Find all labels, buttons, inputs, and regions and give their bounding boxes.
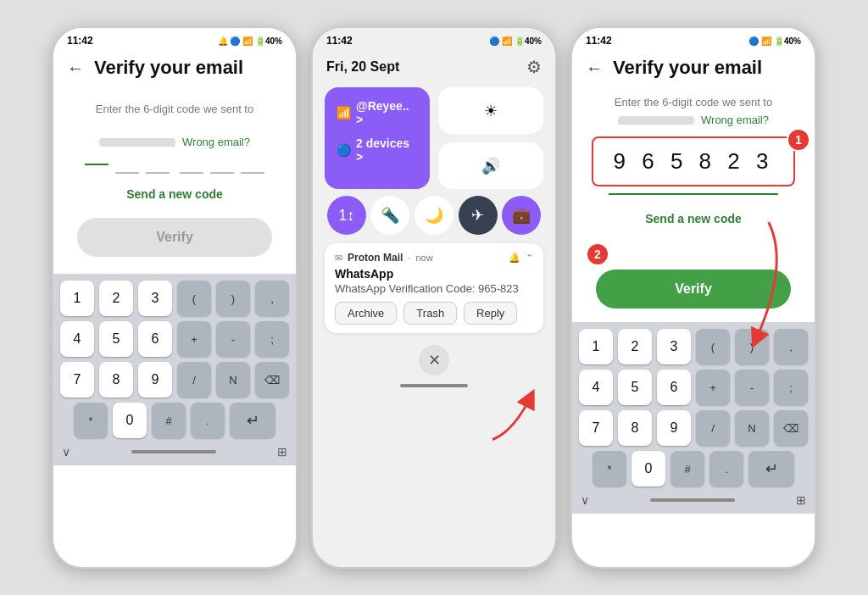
key-7-right[interactable]: 7 (579, 410, 613, 446)
cc-close-button[interactable]: ✕ (419, 345, 449, 375)
key-3-right[interactable]: 3 (657, 329, 691, 364)
key-6-right[interactable]: 6 (657, 370, 691, 405)
volume-icon: 🔊 (481, 157, 500, 175)
page-title-left: Verify your email (94, 57, 243, 79)
phone-left: 11:42 🔔 🔵 📶 🔋40% ← Verify your email Ent… (52, 26, 298, 569)
verify-button-left[interactable]: Verify (77, 218, 272, 257)
key-slash-right[interactable]: / (696, 410, 730, 446)
wifi-label: @Reyee.. > (356, 99, 418, 126)
cc-wifi-tile[interactable]: 📶 @Reyee.. > 🔵 2 devices > (325, 87, 430, 189)
notif-archive-button[interactable]: Archive (335, 302, 397, 325)
key-n-left[interactable]: N (216, 362, 250, 398)
key-plus-left[interactable]: + (177, 321, 211, 357)
code-input-box[interactable]: 9 6 5 8 2 3 (592, 136, 795, 186)
notif-bell-icon: 🔔 (509, 253, 520, 264)
notif-app-name: Proton Mail (348, 252, 403, 264)
kbd-row2-right: 4 5 6 + - ; (576, 370, 811, 405)
notif-actions: Archive Trash Reply (335, 302, 533, 325)
cc-brightness-tile[interactable]: ☀ (438, 87, 543, 134)
cc-right-col: ☀ 🔊 (438, 87, 543, 189)
notif-expand-icon[interactable]: ⌃ (526, 253, 533, 264)
key-oparen-left[interactable]: ( (177, 281, 211, 316)
key-5-left[interactable]: 5 (99, 321, 133, 357)
notification-card: ✉ Proton Mail · now 🔔 ⌃ WhatsApp WhatsAp… (325, 243, 543, 333)
key-n-right[interactable]: N (735, 410, 769, 446)
key-comma-right[interactable]: , (774, 329, 808, 364)
key-dot-right[interactable]: . (709, 451, 743, 487)
key-hash-right[interactable]: # (670, 451, 704, 487)
kbd-row2-left: 4 5 6 + - ; (57, 321, 292, 357)
cc-icon-1[interactable]: 1↕ (327, 196, 366, 235)
subtitle-row-right: Enter the 6-digit code we sent to (615, 96, 772, 108)
send-code-link-right[interactable]: Send a new code (645, 212, 742, 225)
kbd-arrow-right: ∨ (581, 493, 589, 507)
status-bar-right: 11:42 🔵 📶 🔋40% (572, 28, 815, 50)
key-9-left[interactable]: 9 (138, 362, 172, 398)
annotation-circle-2: 2 (586, 242, 609, 266)
code-input-wrapper: 9 6 5 8 2 3 1 (592, 136, 795, 193)
cc-close-area: ✕ (313, 342, 555, 381)
notif-reply-button[interactable]: Reply (464, 302, 517, 325)
key-star-right[interactable]: * (593, 451, 626, 487)
cc-wifi-row: 📶 @Reyee.. > (337, 99, 418, 126)
phone-center: 11:42 🔵 📶 🔋40% Fri, 20 Sept ⚙ 📶 @Reyee..… (311, 26, 557, 569)
key-7-left[interactable]: 7 (60, 362, 94, 398)
kbd-grid-left: ⊞ (277, 445, 287, 459)
cc-gear-icon[interactable]: ⚙ (526, 57, 542, 77)
cc-icon-airplane[interactable]: ✈ (459, 196, 498, 235)
back-button-left[interactable]: ← (67, 58, 84, 78)
cc-volume-tile[interactable]: 🔊 (438, 142, 543, 189)
status-bar-left: 11:42 🔔 🔵 📶 🔋40% (53, 28, 296, 50)
code-group2-left (180, 164, 264, 174)
wrong-email-link-right[interactable]: Wrong email? (701, 114, 769, 126)
key-2-right[interactable]: 2 (618, 329, 652, 364)
key-enter-left[interactable]: ↵ (230, 403, 275, 438)
cc-home-bar (400, 384, 468, 387)
notif-trash-button[interactable]: Trash (403, 302, 457, 325)
annotation-2-row: 2 (586, 242, 801, 266)
key-dot-left[interactable]: . (191, 403, 225, 438)
cc-icon-briefcase[interactable]: 💼 (502, 196, 541, 235)
kbd-row4-right: * 0 # . ↵ (576, 451, 811, 487)
key-1-left[interactable]: 1 (60, 281, 94, 316)
key-2-left[interactable]: 2 (99, 281, 133, 316)
kbd-row3-right: 7 8 9 / N ⌫ (576, 410, 811, 446)
key-backspace-left[interactable]: ⌫ (255, 362, 289, 398)
key-6-left[interactable]: 6 (138, 321, 172, 357)
key-plus-right[interactable]: + (696, 370, 730, 405)
key-star-left[interactable]: * (74, 403, 108, 438)
key-4-left[interactable]: 4 (60, 321, 94, 357)
key-5-right[interactable]: 5 (618, 370, 652, 405)
key-minus-left[interactable]: - (216, 321, 250, 357)
key-8-right[interactable]: 8 (618, 410, 652, 446)
key-slash-left[interactable]: / (177, 362, 211, 398)
key-cparen-right[interactable]: ) (735, 329, 769, 364)
page-title-right: Verify your email (613, 57, 762, 79)
key-3-left[interactable]: 3 (138, 281, 172, 316)
code-dashes-left (85, 164, 264, 174)
verify-button-right[interactable]: Verify (596, 270, 791, 309)
cc-icon-row: 1↕ 🔦 🌙 ✈ 💼 (313, 196, 555, 243)
cc-icon-moon[interactable]: 🌙 (415, 196, 453, 235)
key-1-right[interactable]: 1 (579, 329, 613, 364)
send-code-link-left[interactable]: Send a new code (126, 187, 223, 201)
key-cparen-left[interactable]: ) (216, 281, 250, 316)
back-button-right[interactable]: ← (586, 58, 603, 78)
key-0-left[interactable]: 0 (113, 403, 147, 438)
key-semi-left[interactable]: ; (255, 321, 289, 357)
home-bar-right (650, 498, 735, 502)
key-comma-left[interactable]: , (255, 281, 289, 316)
kbd-bottom-left: ∨ ⊞ (57, 443, 292, 462)
key-hash-left[interactable]: # (152, 403, 186, 438)
key-4-right[interactable]: 4 (579, 370, 613, 405)
key-enter-right[interactable]: ↵ (748, 451, 794, 487)
key-backspace-right[interactable]: ⌫ (774, 410, 808, 446)
key-semi-right[interactable]: ; (774, 370, 808, 405)
key-9-right[interactable]: 9 (657, 410, 691, 446)
cc-icon-flashlight[interactable]: 🔦 (370, 196, 409, 235)
wrong-email-link-left[interactable]: Wrong email? (182, 136, 250, 148)
key-8-left[interactable]: 8 (99, 362, 133, 398)
key-0-right[interactable]: 0 (632, 451, 665, 487)
key-oparen-right[interactable]: ( (696, 329, 730, 364)
key-minus-right[interactable]: - (735, 370, 769, 405)
